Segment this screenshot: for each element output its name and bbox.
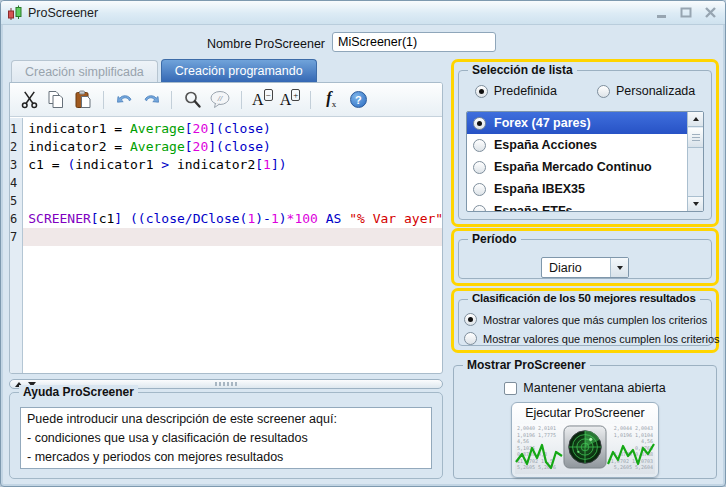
radio-label: Mostrar valores que más cumplen los crit…: [483, 314, 707, 326]
radio-label: Predefinida: [494, 84, 557, 98]
maximize-icon[interactable]: [677, 5, 695, 21]
radar-icon: [563, 425, 607, 473]
ranking-option[interactable]: Mostrar valores que más cumplen los crit…: [464, 313, 711, 326]
line-number: 2: [10, 138, 17, 156]
radio-icon[interactable]: [473, 161, 486, 174]
ranking-title: Clasificación de los 50 mejores resultad…: [468, 292, 700, 304]
period-section: Período Diario: [451, 228, 719, 286]
list-selection-groupbox: Selección de lista PredefinidaPersonaliz…: [458, 70, 712, 220]
checkbox-icon[interactable]: [504, 382, 517, 395]
comment-icon[interactable]: //: [209, 89, 231, 111]
proscreener-window: ProScreener Nombre ProScreener Creación …: [0, 0, 726, 487]
code-line-4[interactable]: [23, 174, 443, 192]
code-lines[interactable]: indicator1 = Average[20](close)indicator…: [23, 118, 443, 373]
minimize-icon[interactable]: [653, 5, 671, 21]
radio-icon[interactable]: [597, 85, 610, 98]
close-icon[interactable]: [701, 5, 719, 21]
list-item-label: Forex (47 pares): [494, 116, 591, 130]
list-mode-radios: PredefinidaPersonalizada: [459, 84, 711, 98]
run-button-label: Ejecutar ProScreener: [512, 403, 658, 420]
radio-icon[interactable]: [473, 139, 486, 152]
line-number: 5: [10, 192, 17, 210]
tab-programando[interactable]: Creación programando: [161, 59, 317, 82]
list-item-label: España ETFs: [494, 204, 573, 212]
copy-icon[interactable]: [46, 89, 66, 111]
ranking-groupbox: Clasificación de los 50 mejores resultad…: [458, 299, 712, 346]
help-group-title: Ayuda ProScreener: [19, 385, 138, 399]
settings-column: Selección de lista PredefinidaPersonaliz…: [451, 57, 719, 481]
function-icon[interactable]: fx: [321, 89, 341, 111]
svg-text://: //: [217, 94, 223, 103]
tab-label: Creación programando: [175, 64, 303, 78]
tab-simplificada[interactable]: Creación simplificada: [11, 60, 158, 82]
redo-icon[interactable]: [141, 89, 161, 111]
list-item[interactable]: España Mercado Continuo: [467, 156, 687, 178]
line-number: 4: [10, 174, 17, 192]
description-textarea[interactable]: Puede introducir una descripción de este…: [20, 407, 432, 469]
radio-icon[interactable]: [473, 183, 486, 196]
list-item[interactable]: España IBEX35: [467, 178, 687, 200]
radio-icon[interactable]: [464, 332, 477, 345]
period-dropdown[interactable]: Diario: [541, 257, 629, 278]
toolbar-separator: [103, 91, 104, 109]
list-scrollbar[interactable]: [687, 112, 703, 211]
code-line-2[interactable]: indicator2 = Average[20](close): [23, 138, 443, 156]
radio-icon[interactable]: [464, 313, 477, 326]
list-item[interactable]: España Acciones: [467, 134, 687, 156]
sparkline-right-icon: [607, 442, 655, 472]
undo-icon[interactable]: [114, 89, 134, 111]
paste-icon[interactable]: [73, 89, 93, 111]
line-number: 3: [10, 156, 17, 174]
window-controls: [653, 5, 719, 21]
checkbox-label: Mantener ventana abierta: [523, 381, 665, 395]
keep-window-open-option[interactable]: Mantener ventana abierta: [454, 381, 716, 395]
radio-icon[interactable]: [473, 117, 486, 130]
list-mode-option[interactable]: Predefinida: [475, 84, 557, 98]
cut-icon[interactable]: [19, 89, 39, 111]
editor-toolbar: //A−A+fx?: [10, 83, 442, 117]
code-editor: //A−A+fx? 1234567 indicator1 = Average[2…: [9, 82, 443, 374]
toolbar-separator: [171, 91, 172, 109]
market-list: Forex (47 pares)España AccionesEspaña Me…: [467, 112, 687, 211]
editor-column: Creación simplificadaCreación programand…: [9, 58, 445, 481]
toolbar-separator: [310, 91, 311, 109]
title-bar: ProScreener: [1, 1, 725, 25]
description-line: Puede introducir una descripción de este…: [27, 410, 425, 429]
list-mode-option[interactable]: Personalizada: [597, 84, 695, 98]
ranking-section: Clasificación de los 50 mejores resultad…: [451, 288, 719, 353]
code-line-1[interactable]: indicator1 = Average[20](close): [23, 120, 443, 138]
scroll-thumb[interactable]: [688, 128, 703, 148]
ranking-option[interactable]: Mostrar valores que menos cumplen los cr…: [464, 332, 711, 345]
list-item[interactable]: España ETFs: [467, 200, 687, 212]
code-line-5[interactable]: [23, 192, 443, 210]
radio-label: Mostrar valores que menos cumplen los cr…: [483, 333, 720, 345]
show-groupbox: Mostrar ProScreener Mantener ventana abi…: [453, 365, 717, 479]
radio-icon[interactable]: [473, 205, 486, 213]
dropdown-arrow-icon[interactable]: [610, 258, 628, 277]
line-number: 6: [10, 210, 17, 228]
font-decrease-icon[interactable]: A−: [252, 89, 273, 111]
code-line-7[interactable]: [23, 228, 443, 246]
code-line-6[interactable]: SCREENER[c1] ((close/DClose(1)-1)*100 AS…: [23, 210, 443, 228]
font-increase-icon[interactable]: A+: [280, 89, 301, 111]
name-label: Nombre ProScreener: [1, 37, 325, 51]
help-icon[interactable]: ?: [348, 89, 368, 111]
window-title: ProScreener: [28, 6, 98, 20]
screener-name-input[interactable]: [332, 32, 496, 52]
run-button-image: 2,0040 2,01011,0196 1,77754,565,10360,87…: [515, 424, 655, 474]
code-line-3[interactable]: c1 = (indicator1 > indicator2[1]): [23, 156, 443, 174]
help-groupbox: Ayuda ProScreener Puede introducir una d…: [9, 392, 443, 479]
market-listbox: Forex (47 pares)España AccionesEspaña Me…: [466, 111, 704, 212]
ranking-options: Mostrar valores que más cumplen los crit…: [464, 313, 711, 345]
period-groupbox: Período Diario: [458, 239, 712, 279]
list-item[interactable]: Forex (47 pares): [467, 112, 687, 134]
splitter-grip-icon[interactable]: [215, 382, 237, 386]
run-proscreener-button[interactable]: Ejecutar ProScreener 2,0040 2,01011,0196…: [511, 402, 659, 478]
scroll-up-icon[interactable]: [688, 112, 703, 127]
scroll-down-icon[interactable]: [688, 196, 703, 211]
tab-label: Creación simplificada: [25, 65, 144, 79]
period-value: Diario: [542, 261, 610, 275]
radio-icon[interactable]: [475, 85, 488, 98]
search-icon[interactable]: [182, 89, 202, 111]
tab-bar: Creación simplificadaCreación programand…: [9, 58, 317, 82]
